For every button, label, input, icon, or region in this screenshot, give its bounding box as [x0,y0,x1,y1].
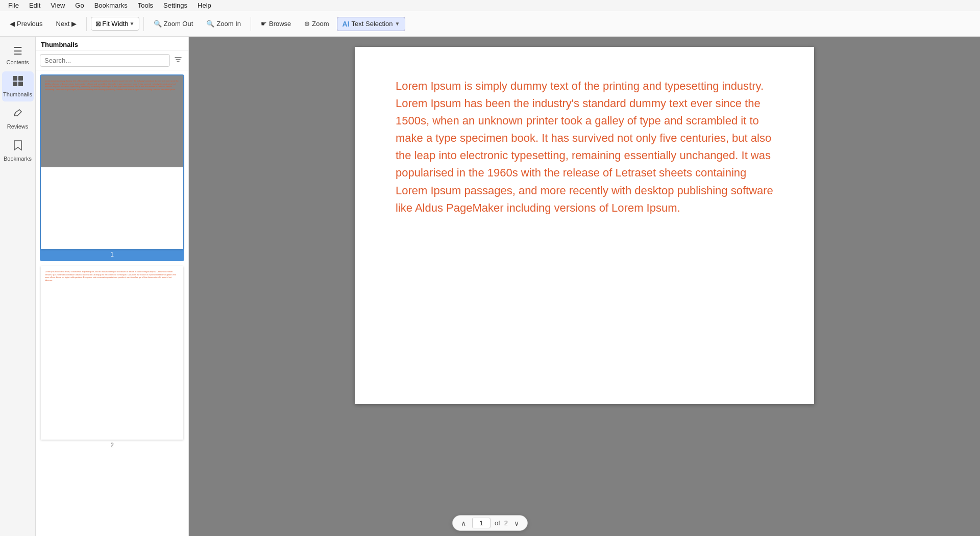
sidebar-item-contents[interactable]: ☰ Contents [2,41,34,69]
sidebar: ☰ Contents Thumbnails Reviews [0,37,36,536]
sidebar-item-reviews[interactable]: Reviews [2,104,34,134]
thumbnail-page-1[interactable]: Lorem ipsum is simply dummy text of the … [40,74,184,261]
menu-settings[interactable]: Settings [159,1,191,10]
svg-rect-2 [13,82,17,86]
menu-go[interactable]: Go [71,1,88,10]
divider-1 [86,17,87,31]
thumbnails-panel: Thumbnails Lorem ipsum is simply dummy t… [36,37,189,536]
pdf-viewer[interactable]: Lorem Ipsum is simply dummy text of the … [189,37,980,536]
browse-label: Browse [269,20,291,28]
thumb-page-2: Lorem ipsum dolor sit amet, consectetur … [41,266,183,440]
zoom-out-button[interactable]: 🔍 Zoom Out [148,17,199,31]
contents-label: Contents [6,59,29,65]
fit-width-icon: ⊠ [95,20,101,28]
divider-3 [251,17,251,31]
zoom-icon: ⊕ [304,20,310,28]
thumbnails-header: Thumbnails [36,37,188,51]
thumb-bottom-1 [41,167,183,249]
menu-help[interactable]: Help [193,1,215,10]
pagination-bar: ∧ of 2 ∨ [452,515,528,531]
bookmarks-label: Bookmarks [4,156,32,162]
text-selection-label: Text Selection [352,20,393,28]
previous-icon: ◀ [10,20,15,28]
svg-rect-0 [13,76,17,81]
thumb-text-2: Lorem ipsum dolor sit amet, consectetur … [45,270,179,282]
filter-button[interactable] [172,55,184,67]
page-prev-button[interactable]: ∧ [459,518,468,528]
contents-icon: ☰ [13,45,22,57]
thumb-text-1: Lorem ipsum is simply dummy text of the … [45,80,179,91]
thumbnails-search-row [36,51,188,70]
svg-rect-3 [18,82,23,86]
thumb-content-2: Lorem ipsum dolor sit amet, consectetur … [41,266,183,358]
next-label: Next [56,20,70,28]
chevron-down-icon: ▼ [130,21,135,27]
toolbar: ◀ Previous Next ▶ ⊠ Fit Width ▼ 🔍 Zoom O… [0,11,980,37]
thumbnails-label: Thumbnails [3,91,32,97]
next-button[interactable]: Next ▶ [51,17,83,31]
thumbnails-icon [12,75,23,89]
main-area: ☰ Contents Thumbnails Reviews [0,37,980,536]
text-selection-button[interactable]: AI Text Selection ▼ [337,17,406,31]
bookmarks-icon [13,140,23,154]
previous-label: Previous [17,20,43,28]
menu-tools[interactable]: Tools [134,1,157,10]
page-total: 2 [504,519,508,527]
thumb-page-1: Lorem ipsum is simply dummy text of the … [41,75,183,249]
menu-view[interactable]: View [46,1,69,10]
page-of-label: of [495,519,500,527]
browse-icon: ☛ [261,20,267,28]
thumb-content-1: Lorem ipsum is simply dummy text of the … [41,75,183,167]
fit-width-button[interactable]: ⊠ Fit Width ▼ [91,17,139,31]
divider-2 [143,17,144,31]
previous-button[interactable]: ◀ Previous [4,17,48,31]
zoom-label: Zoom [312,20,329,28]
zoom-out-label: Zoom Out [164,20,193,28]
pdf-content: Lorem Ipsum is simply dummy text of the … [396,78,773,217]
page-next-button[interactable]: ∨ [512,518,521,528]
ai-text-icon: AI [342,20,350,28]
zoom-out-icon: 🔍 [154,20,162,28]
thumbnail-page-2[interactable]: Lorem ipsum dolor sit amet, consectetur … [40,265,184,452]
zoom-button[interactable]: ⊕ Zoom [299,17,334,31]
menu-file[interactable]: File [4,1,23,10]
sidebar-item-thumbnails[interactable]: Thumbnails [2,71,34,101]
text-selection-chevron-icon: ▼ [395,21,400,27]
pdf-page: Lorem Ipsum is simply dummy text of the … [355,47,814,404]
thumb-bottom-2 [41,358,183,440]
menu-bookmarks[interactable]: Bookmarks [90,1,132,10]
reviews-icon [12,108,23,121]
browse-button[interactable]: ☛ Browse [255,17,297,31]
thumb-label-1: 1 [41,249,183,260]
thumbnails-list: Lorem ipsum is simply dummy text of the … [36,70,188,536]
svg-rect-1 [18,76,23,81]
page-number-input[interactable] [472,518,491,528]
sidebar-item-bookmarks[interactable]: Bookmarks [2,136,34,166]
zoom-in-icon: 🔍 [206,20,214,28]
zoom-in-label: Zoom In [216,20,241,28]
fit-width-label: Fit Width [102,20,128,28]
thumb-label-2: 2 [41,440,183,451]
search-input[interactable] [40,54,170,67]
zoom-in-button[interactable]: 🔍 Zoom In [201,17,247,31]
reviews-label: Reviews [7,123,29,130]
menu-bar: File Edit View Go Bookmarks Tools Settin… [0,0,980,11]
next-icon: ▶ [71,20,77,28]
menu-edit[interactable]: Edit [25,1,44,10]
